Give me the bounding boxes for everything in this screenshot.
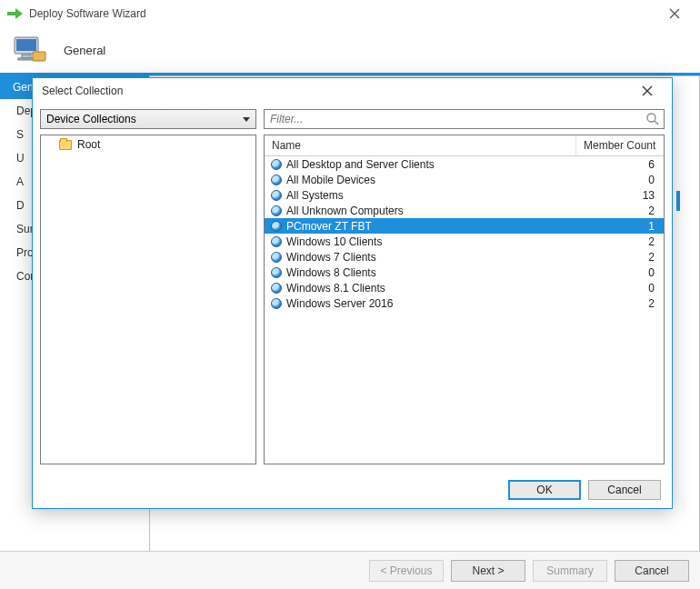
row-count: 13 — [585, 189, 664, 202]
row-name: All Systems — [286, 189, 585, 202]
svg-line-6 — [655, 121, 658, 125]
next-button[interactable]: Next > — [451, 560, 525, 582]
row-count: 2 — [585, 205, 664, 217]
wizard-header: General — [0, 27, 700, 73]
collection-icon — [270, 220, 283, 233]
collection-row[interactable]: Windows 7 Clients2 — [265, 249, 664, 265]
collection-icon — [270, 251, 283, 264]
row-count: 0 — [585, 282, 664, 294]
combo-value: Device Collections — [46, 113, 136, 125]
collection-icon — [270, 297, 283, 310]
row-name: Windows 7 Clients — [286, 251, 585, 264]
folder-icon — [59, 140, 72, 150]
svg-rect-1 — [16, 39, 36, 51]
collection-tree[interactable]: Root — [40, 135, 256, 464]
wizard-title: Deploy Software Wizard — [29, 7, 146, 20]
row-count: 2 — [585, 235, 664, 248]
row-count: 2 — [585, 297, 664, 310]
collection-icon — [270, 189, 283, 202]
filter-field[interactable] — [264, 109, 665, 129]
collection-row[interactable]: Windows 8 Clients0 — [265, 265, 664, 280]
collection-row[interactable]: Windows Server 20162 — [265, 295, 664, 311]
row-count: 6 — [585, 158, 664, 171]
row-name: All Mobile Devices — [286, 174, 585, 186]
collection-row[interactable]: Windows 10 Clients2 — [265, 234, 664, 249]
collection-row[interactable]: PCmover ZT FBT1 — [265, 218, 664, 234]
collection-row[interactable]: All Systems13 — [265, 187, 664, 203]
collection-list: Name Member Count All Desktop and Server… — [264, 135, 665, 464]
dialog-toolbar: Device Collections — [33, 104, 672, 135]
computer-icon — [13, 35, 47, 65]
wizard-footer: < Previous Next > Summary Cancel — [0, 551, 700, 589]
wizard-close-button[interactable] — [656, 1, 693, 26]
ok-button[interactable]: OK — [508, 480, 581, 500]
search-icon[interactable] — [645, 112, 660, 126]
svg-rect-4 — [33, 52, 45, 61]
row-name: Windows 10 Clients — [286, 235, 585, 248]
row-count: 0 — [585, 266, 664, 279]
dialog-title: Select Collection — [42, 85, 123, 97]
collection-icon — [270, 235, 283, 248]
dialog-close-button[interactable] — [632, 80, 663, 102]
row-name: All Unknown Computers — [286, 205, 585, 217]
column-name[interactable]: Name — [265, 135, 576, 155]
row-count: 2 — [585, 251, 664, 264]
wizard-cancel-button[interactable]: Cancel — [615, 560, 689, 582]
collection-row[interactable]: All Unknown Computers2 — [265, 203, 664, 218]
wizard-page-title: General — [64, 44, 105, 57]
svg-rect-3 — [18, 58, 35, 60]
select-collection-dialog: Select Collection Device Collections Roo… — [32, 77, 673, 509]
list-body[interactable]: All Desktop and Server Clients6All Mobil… — [265, 156, 664, 464]
previous-button: < Previous — [369, 560, 444, 582]
row-count: 0 — [585, 174, 664, 186]
dialog-cancel-button[interactable]: Cancel — [588, 480, 661, 500]
column-member-count[interactable]: Member Count — [576, 135, 664, 155]
svg-rect-2 — [22, 55, 31, 58]
row-name: All Desktop and Server Clients — [286, 158, 585, 171]
filter-input[interactable] — [265, 110, 642, 128]
summary-button: Summary — [533, 560, 607, 582]
tree-root-item[interactable]: Root — [41, 135, 255, 154]
wizard-titlebar: Deploy Software Wizard — [0, 0, 700, 27]
content-scroll-indicator — [676, 191, 680, 211]
row-name: Windows 8 Clients — [286, 266, 585, 279]
tree-item-label: Root — [77, 138, 100, 151]
collection-type-combo[interactable]: Device Collections — [40, 109, 256, 129]
row-count: 1 — [585, 220, 664, 233]
collection-row[interactable]: All Mobile Devices0 — [265, 172, 664, 187]
collection-icon — [270, 205, 283, 217]
list-header[interactable]: Name Member Count — [265, 135, 664, 156]
deploy-arrow-icon — [7, 7, 24, 20]
dialog-footer: OK Cancel — [33, 472, 672, 508]
collection-icon — [270, 174, 283, 186]
collection-row[interactable]: All Desktop and Server Clients6 — [265, 156, 664, 172]
dialog-titlebar: Select Collection — [33, 78, 672, 104]
row-name: Windows Server 2016 — [286, 297, 585, 310]
row-name: PCmover ZT FBT — [286, 220, 585, 233]
collection-icon — [270, 282, 283, 294]
svg-point-5 — [647, 114, 655, 122]
collection-icon — [270, 266, 283, 279]
collection-icon — [270, 158, 283, 171]
collection-row[interactable]: Windows 8.1 Clients0 — [265, 280, 664, 295]
row-name: Windows 8.1 Clients — [286, 282, 585, 294]
